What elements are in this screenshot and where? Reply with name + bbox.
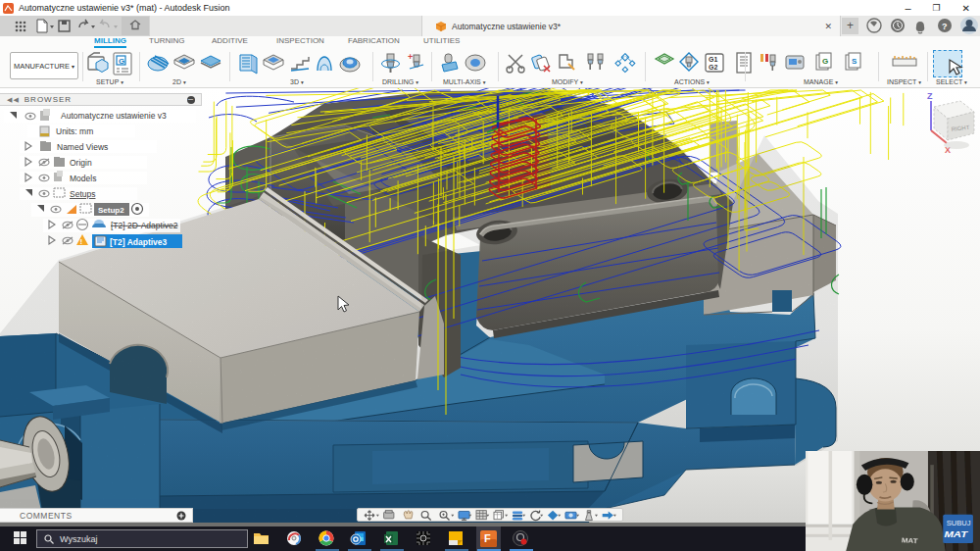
svg-text:MAT: MAT (902, 536, 919, 545)
svg-text:Setups: Setups (70, 189, 95, 199)
svg-text:Automatyczne ustawienie v3: Automatyczne ustawienie v3 (61, 111, 167, 121)
svg-text:SUBUJ: SUBUJ (947, 520, 971, 526)
svg-text:G2: G2 (709, 64, 717, 71)
svg-text:Named Views: Named Views (57, 142, 108, 152)
svg-text:S: S (852, 57, 858, 66)
svg-text:Z: Z (927, 91, 933, 101)
svg-text:Origin: Origin (70, 158, 92, 168)
svg-text:G: G (822, 57, 828, 66)
svg-text:!: ! (80, 237, 83, 246)
svg-text:?: ? (942, 22, 948, 31)
svg-text:[T2] 2D-Adaptive2: [T2] 2D-Adaptive2 (111, 221, 178, 230)
svg-text:G1: G1 (709, 56, 717, 63)
svg-text:Setup2: Setup2 (98, 206, 124, 215)
svg-text:G: G (119, 57, 124, 66)
svg-text:MAT: MAT (944, 528, 968, 539)
svg-text:+: + (408, 52, 413, 62)
svg-text:[T2] Adaptive3: [T2] Adaptive3 (110, 237, 168, 247)
svg-text:F: F (484, 532, 491, 544)
svg-text:Units: mm: Units: mm (56, 126, 93, 136)
svg-text:Models: Models (70, 174, 96, 183)
